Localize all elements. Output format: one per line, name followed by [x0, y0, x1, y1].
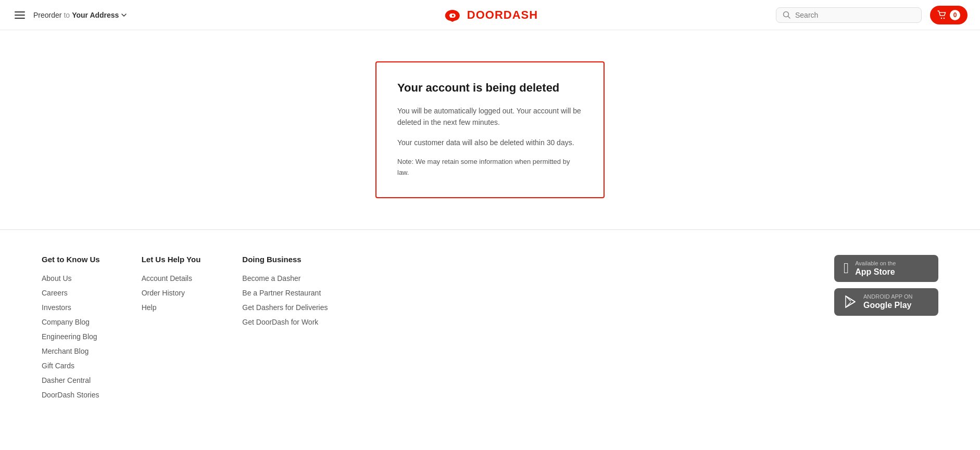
footer-link-account-details[interactable]: Account Details: [142, 274, 192, 282]
footer-col-business: Doing Business Become a Dasher Be a Part…: [242, 255, 328, 399]
footer-link-careers[interactable]: Careers: [42, 289, 68, 297]
preorder-label: Preorder: [33, 11, 61, 19]
account-deleted-card: Your account is being deleted You will b…: [375, 61, 605, 198]
cart-count: 0: [950, 10, 960, 20]
google-play-icon: [844, 295, 857, 308]
footer-link-dashers-deliveries[interactable]: Get Dashers for Deliveries: [242, 303, 328, 312]
app-store-text: Available on the App Store: [855, 260, 896, 277]
list-item: Get DoorDash for Work: [242, 318, 328, 326]
footer-col3-heading: Doing Business: [242, 255, 328, 264]
logo-area[interactable]: DOORDASH: [442, 8, 538, 22]
footer-link-engineering-blog[interactable]: Engineering Blog: [42, 332, 97, 341]
footer-col1-links: About Us Careers Investors Company Blog …: [42, 274, 100, 399]
footer-link-about[interactable]: About Us: [42, 274, 72, 282]
footer-link-help[interactable]: Help: [142, 303, 157, 312]
list-item: DoorDash Stories: [42, 391, 100, 399]
footer-col2-heading: Let Us Help You: [142, 255, 201, 264]
chevron-down-icon: [121, 12, 127, 18]
address-label: Your Address: [72, 11, 119, 19]
footer-col2-links: Account Details Order History Help: [142, 274, 201, 312]
footer-col3-links: Become a Dasher Be a Partner Restaurant …: [242, 274, 328, 326]
list-item: Help: [142, 303, 201, 312]
card-para3: Note: We may retain some information whe…: [397, 157, 583, 178]
doordash-logo-icon: [442, 8, 463, 22]
list-item: Engineering Blog: [42, 332, 100, 341]
header-right: 0: [776, 6, 968, 24]
footer-link-dasher-central[interactable]: Dasher Central: [42, 376, 91, 384]
footer-link-order-history[interactable]: Order History: [142, 289, 185, 297]
apple-icon: : [844, 261, 849, 276]
site-header: Preorder to Your Address DOORDASH: [0, 0, 980, 30]
list-item: Order History: [142, 289, 201, 297]
app-store-top-line: Available on the: [855, 260, 896, 267]
footer-link-investors[interactable]: Investors: [42, 303, 71, 312]
search-bar[interactable]: [776, 7, 922, 23]
search-icon: [783, 11, 791, 19]
preorder-location[interactable]: Preorder to Your Address: [33, 11, 127, 19]
hamburger-menu[interactable]: [12, 9, 27, 21]
footer-link-gift-cards[interactable]: Gift Cards: [42, 362, 74, 370]
header-left: Preorder to Your Address: [12, 9, 127, 21]
svg-point-0: [452, 15, 454, 17]
footer-link-company-blog[interactable]: Company Blog: [42, 318, 90, 326]
google-play-text: ANDROID APP ON Google Play: [863, 293, 913, 310]
list-item: Become a Dasher: [242, 274, 328, 282]
google-play-bottom-line: Google Play: [863, 300, 913, 310]
card-title: Your account is being deleted: [397, 81, 583, 95]
app-store-bottom-line: App Store: [855, 267, 896, 277]
cart-icon: [937, 10, 947, 20]
app-store-button[interactable]:  Available on the App Store: [834, 255, 938, 282]
app-store-buttons:  Available on the App Store ANDROID APP…: [834, 255, 938, 399]
list-item: Get Dashers for Deliveries: [242, 303, 328, 312]
cart-button[interactable]: 0: [930, 6, 968, 24]
footer-link-doordash-stories[interactable]: DoorDash Stories: [42, 391, 99, 399]
footer-link-merchant-blog[interactable]: Merchant Blog: [42, 347, 89, 355]
to-label: to: [64, 11, 70, 19]
list-item: Investors: [42, 303, 100, 312]
list-item: Careers: [42, 289, 100, 297]
search-input[interactable]: [795, 11, 915, 19]
site-footer: Get to Know Us About Us Careers Investor…: [0, 230, 980, 424]
list-item: Account Details: [142, 274, 201, 282]
footer-link-become-dasher[interactable]: Become a Dasher: [242, 274, 300, 282]
list-item: About Us: [42, 274, 100, 282]
svg-point-3: [944, 17, 945, 18]
list-item: Merchant Blog: [42, 347, 100, 355]
list-item: Dasher Central: [42, 376, 100, 384]
google-play-top-line: ANDROID APP ON: [863, 293, 913, 300]
google-play-button[interactable]: ANDROID APP ON Google Play: [834, 288, 938, 315]
card-para2: Your customer data will also be deleted …: [397, 137, 583, 148]
footer-col1-heading: Get to Know Us: [42, 255, 100, 264]
list-item: Company Blog: [42, 318, 100, 326]
footer-link-partner-restaurant[interactable]: Be a Partner Restaurant: [242, 289, 321, 297]
footer-col-help: Let Us Help You Account Details Order Hi…: [142, 255, 201, 399]
svg-point-2: [941, 17, 942, 18]
footer-link-doordash-work[interactable]: Get DoorDash for Work: [242, 318, 318, 326]
main-content: Your account is being deleted You will b…: [0, 30, 980, 229]
logo-text: DOORDASH: [467, 8, 538, 22]
footer-columns: Get to Know Us About Us Careers Investor…: [42, 255, 834, 399]
footer-col-know-us: Get to Know Us About Us Careers Investor…: [42, 255, 100, 399]
list-item: Gift Cards: [42, 362, 100, 370]
card-para1: You will be automatically logged out. Yo…: [397, 105, 583, 128]
list-item: Be a Partner Restaurant: [242, 289, 328, 297]
